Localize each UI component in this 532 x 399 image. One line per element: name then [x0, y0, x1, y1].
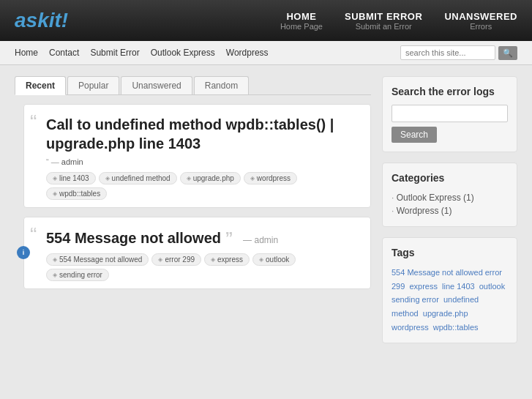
- site-search-input[interactable]: [400, 45, 495, 60]
- post-card: “ Call to undefined method wpdb::tables(…: [23, 104, 371, 208]
- tag-item[interactable]: upgrade.php: [180, 172, 241, 184]
- post-tags: 554 Message not allowed error 299 expres…: [46, 253, 359, 281]
- tag-cloud-item[interactable]: upgrade.php: [423, 309, 468, 318]
- site-logo[interactable]: askit!: [15, 9, 68, 32]
- categories-list: Outlook Express (1) Wordpress (1): [391, 191, 508, 217]
- secondary-navigation: Home Contact Submit Error Outlook Expres…: [0, 41, 532, 65]
- sec-nav-links: Home Contact Submit Error Outlook Expres…: [15, 48, 269, 58]
- sidebar-search-title: Search the error logs: [391, 86, 508, 97]
- answer-indicator: i: [17, 246, 30, 259]
- tag-item[interactable]: 554 Message not allowed: [46, 253, 149, 266]
- main-content: Recent Popular Unanswered Random “ Call …: [0, 65, 532, 365]
- tag-cloud-item[interactable]: outlook: [479, 282, 505, 291]
- post-card: “ i 554 Message not allowed ” — admin 55…: [23, 217, 371, 289]
- nav-submit[interactable]: SUBMIT ERROR Submit an Error: [345, 11, 422, 31]
- post-author: admin: [61, 157, 83, 166]
- tag-item[interactable]: sending error: [46, 269, 109, 281]
- tag-cloud-item[interactable]: express: [409, 282, 438, 291]
- nav-home-sub: Home Page: [280, 22, 323, 31]
- sec-nav-submit[interactable]: Submit Error: [90, 48, 139, 58]
- nav-submit-title: SUBMIT ERROR: [345, 11, 422, 22]
- site-search-bar: 🔍: [400, 45, 517, 60]
- sidebar: Search the error logs Search Categories …: [382, 76, 517, 354]
- tag-item[interactable]: wpdb::tables: [46, 187, 107, 200]
- nav-home-title: HOME: [280, 11, 323, 22]
- quote-close-icon: ”: [225, 228, 233, 247]
- logo-text: askit: [15, 9, 61, 31]
- tag-item[interactable]: express: [204, 253, 250, 266]
- post-title[interactable]: Call to undefined method wpdb::tables() …: [46, 115, 359, 153]
- tag-cloud-item[interactable]: wordpress: [391, 323, 429, 332]
- nav-home[interactable]: HOME Home Page: [280, 11, 323, 31]
- sidebar-tags-title: Tags: [391, 247, 508, 258]
- tag-cloud-item[interactable]: wpdb::tables: [433, 323, 479, 332]
- nav-submit-sub: Submit an Error: [345, 22, 422, 31]
- site-search-button[interactable]: 🔍: [498, 46, 517, 60]
- quote-open-icon: “: [30, 112, 37, 133]
- tag-item[interactable]: outlook: [252, 253, 296, 266]
- post-author-inline: — admin: [243, 235, 278, 245]
- content-area: Recent Popular Unanswered Random “ Call …: [15, 76, 371, 354]
- category-item[interactable]: Wordpress (1): [391, 204, 508, 217]
- tag-item[interactable]: undefined method: [99, 172, 177, 184]
- tab-random[interactable]: Random: [194, 76, 249, 94]
- tag-cloud-item[interactable]: 554 Message not allowed: [391, 268, 483, 277]
- sec-nav-home[interactable]: Home: [15, 48, 38, 58]
- sidebar-search-box: Search the error logs Search: [382, 76, 517, 152]
- sidebar-search-button[interactable]: Search: [391, 127, 437, 143]
- top-navigation: HOME Home Page SUBMIT ERROR Submit an Er…: [280, 11, 517, 31]
- sec-nav-contact[interactable]: Contact: [49, 48, 79, 58]
- category-item[interactable]: Outlook Express (1): [391, 191, 508, 204]
- sidebar-categories-title: Categories: [391, 172, 508, 184]
- sec-nav-outlook[interactable]: Outlook Express: [151, 48, 215, 58]
- post-meta: “ — admin: [46, 157, 359, 166]
- sec-nav-wordpress[interactable]: Wordpress: [226, 48, 269, 58]
- site-header: askit! HOME Home Page SUBMIT ERROR Submi…: [0, 0, 532, 41]
- tag-cloud-item[interactable]: line 1403: [442, 282, 475, 291]
- logo-exclaim: !: [61, 9, 68, 31]
- quote-open-icon: “: [30, 225, 37, 245]
- tab-popular[interactable]: Popular: [67, 76, 119, 94]
- nav-unanswered-title: UNANSWERED: [444, 11, 517, 22]
- tag-item[interactable]: error 299: [151, 253, 201, 266]
- nav-unanswered-sub: Errors: [444, 22, 517, 31]
- tab-unanswered[interactable]: Unanswered: [121, 76, 192, 94]
- post-title[interactable]: 554 Message not allowed ” — admin: [46, 228, 359, 249]
- tag-item[interactable]: line 1403: [46, 172, 96, 184]
- post-tags: line 1403 undefined method upgrade.php w…: [46, 172, 359, 200]
- tab-recent[interactable]: Recent: [15, 76, 66, 95]
- sidebar-categories: Categories Outlook Express (1) Wordpress…: [382, 163, 517, 227]
- tag-cloud-item[interactable]: sending error: [391, 295, 439, 304]
- tags-cloud: 554 Message not allowederror 299 express…: [391, 266, 508, 334]
- tag-item[interactable]: wordpress: [244, 172, 297, 184]
- sidebar-search-input[interactable]: [391, 105, 508, 122]
- content-tabs: Recent Popular Unanswered Random: [15, 76, 371, 95]
- nav-unanswered[interactable]: UNANSWERED Errors: [444, 11, 517, 31]
- sidebar-tags: Tags 554 Message not allowederror 299 ex…: [382, 237, 517, 343]
